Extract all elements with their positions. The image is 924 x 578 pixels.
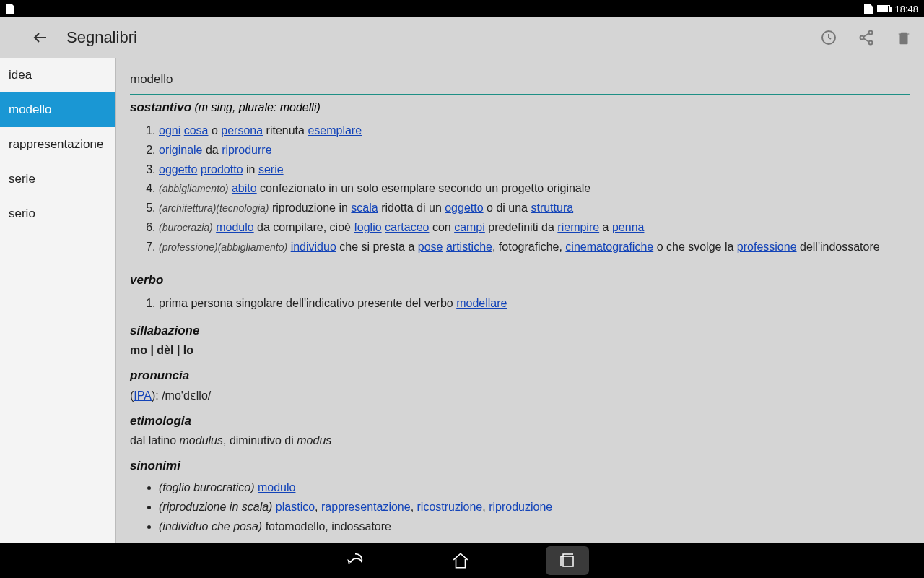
definition-item: prima persona singolare dell'indicativo … bbox=[159, 295, 910, 313]
battery-icon bbox=[877, 5, 890, 12]
sidebar-item-modello[interactable]: modello bbox=[0, 92, 115, 127]
definition-item: ogni cosa o persona ritenuta esemplare bbox=[159, 122, 910, 140]
pronunciation-value: (IPA): /mo'dɛllo/ bbox=[130, 389, 910, 402]
cross-ref-link[interactable]: rappresentazione bbox=[321, 501, 411, 513]
cross-ref-link[interactable]: serie bbox=[258, 163, 284, 176]
section-syllabation: sillabazione bbox=[130, 324, 910, 338]
sidebar-item-idea[interactable]: idea bbox=[0, 58, 115, 92]
synonym-item: (riproduzione in scala) plastico, rappre… bbox=[159, 499, 910, 517]
cross-ref-link[interactable]: professione bbox=[737, 241, 797, 253]
cross-ref-link[interactable]: oggetto bbox=[159, 163, 197, 176]
pos-noun: sostantivo (m sing, plurale: modelli) bbox=[130, 100, 910, 115]
section-pronunciation: pronuncia bbox=[130, 368, 910, 383]
nav-home-icon[interactable] bbox=[440, 546, 481, 575]
definition-item: (burocrazia) modulo da compilare, cioè f… bbox=[159, 219, 910, 237]
cross-ref-link[interactable]: ogni bbox=[159, 124, 180, 137]
synonym-item: (foglio burocratico) modulo bbox=[159, 479, 910, 497]
sidebar-item-serie[interactable]: serie bbox=[0, 162, 115, 197]
cross-ref-link[interactable]: penna bbox=[612, 221, 645, 233]
nav-recent-icon[interactable] bbox=[546, 546, 589, 575]
cross-ref-link[interactable]: oggetto bbox=[445, 202, 483, 214]
share-icon[interactable] bbox=[858, 29, 875, 46]
etymology-value: dal latino modulus, diminutivo di modus bbox=[130, 434, 910, 447]
cross-ref-link[interactable]: persona bbox=[221, 124, 263, 137]
definition-list-noun: ogni cosa o persona ritenuta esemplareor… bbox=[159, 122, 910, 256]
svg-rect-4 bbox=[563, 556, 573, 566]
synonym-list: (foglio burocratico) modulo(riproduzione… bbox=[159, 479, 910, 535]
pos-verb: verbo bbox=[130, 273, 910, 288]
back-icon[interactable] bbox=[32, 29, 49, 46]
cross-ref-link[interactable]: ricostruzione bbox=[417, 501, 483, 513]
app-bar: Segnalibri bbox=[0, 17, 924, 58]
cross-ref-link[interactable]: abito bbox=[232, 182, 257, 194]
clock-time: 18:48 bbox=[894, 4, 918, 14]
cross-ref-link[interactable]: cartaceo bbox=[385, 221, 429, 233]
cross-ref-link[interactable]: prodotto bbox=[201, 163, 243, 176]
trash-icon[interactable] bbox=[895, 29, 912, 46]
definition-item: (abbigliamento) abito confezionato in un… bbox=[159, 180, 910, 198]
definition-item: (professione)(abbigliamento) individuo c… bbox=[159, 238, 910, 256]
cross-ref-link[interactable]: pose bbox=[418, 241, 443, 253]
status-bar: 18:48 bbox=[0, 0, 924, 17]
navigation-bar bbox=[0, 543, 924, 578]
page-title: Segnalibri bbox=[66, 28, 137, 47]
nav-back-icon[interactable] bbox=[335, 546, 375, 575]
section-etymology: etimologia bbox=[130, 414, 910, 428]
sidebar-item-serio[interactable]: serio bbox=[0, 197, 115, 231]
cross-ref-link[interactable]: artistiche bbox=[446, 241, 492, 253]
definition-item: (architettura)(tecnologia) riproduzione … bbox=[159, 199, 910, 217]
cross-ref-link[interactable]: foglio bbox=[354, 221, 381, 233]
definition-item: originale da riprodurre bbox=[159, 142, 910, 160]
definition-item: oggetto prodotto in serie bbox=[159, 161, 910, 179]
cross-ref-link[interactable]: modulo bbox=[258, 481, 295, 493]
cross-ref-link[interactable]: modulo bbox=[216, 221, 253, 233]
cross-ref-link[interactable]: riempire bbox=[557, 221, 599, 233]
entry-pane[interactable]: modello sostantivo (m sing, plurale: mod… bbox=[116, 58, 924, 543]
document-icon bbox=[6, 4, 14, 14]
sidebar: ideamodellorappresentazioneserieserio bbox=[0, 58, 116, 543]
cross-ref-link[interactable]: plastico bbox=[276, 501, 315, 513]
cross-ref-link[interactable]: campi bbox=[454, 221, 485, 233]
definition-list-verb: prima persona singolare dell'indicativo … bbox=[159, 295, 910, 313]
cross-ref-link[interactable]: modellare bbox=[456, 297, 507, 309]
synonym-item: (individuo che posa) fotomodello, indoss… bbox=[159, 518, 910, 536]
cross-ref-link[interactable]: IPA bbox=[134, 389, 152, 402]
content-area: ideamodellorappresentazioneserieserio mo… bbox=[0, 58, 924, 543]
cross-ref-link[interactable]: scala bbox=[351, 202, 378, 214]
divider bbox=[130, 267, 910, 267]
cross-ref-link[interactable]: cosa bbox=[184, 124, 209, 137]
syllabation-value: mo | dèl | lo bbox=[130, 344, 910, 357]
cross-ref-link[interactable]: originale bbox=[159, 144, 202, 156]
cross-ref-link[interactable]: cinematografiche bbox=[565, 241, 653, 253]
cross-ref-link[interactable]: riprodurre bbox=[222, 144, 271, 156]
cross-ref-link[interactable]: esemplare bbox=[308, 124, 362, 137]
cross-ref-link[interactable]: individuo bbox=[291, 241, 336, 253]
headword: modello bbox=[130, 72, 910, 87]
cross-ref-link[interactable]: struttura bbox=[531, 202, 573, 214]
sdcard-icon bbox=[864, 4, 873, 14]
history-icon[interactable] bbox=[820, 29, 837, 46]
section-synonyms: sinonimi bbox=[130, 459, 910, 473]
cross-ref-link[interactable]: riproduzione bbox=[489, 501, 552, 513]
sidebar-item-rappresentazione[interactable]: rappresentazione bbox=[0, 127, 115, 162]
divider bbox=[130, 94, 910, 95]
